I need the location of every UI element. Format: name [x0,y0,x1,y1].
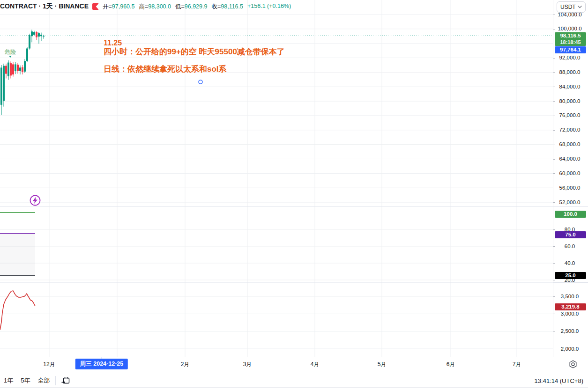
date-badge: 周三 2024-12-25 [75,359,128,369]
candle-body [12,64,14,74]
chevron-down-icon [578,6,582,8]
price-axis-tick [553,87,555,87]
price-badge: 100.0 [555,211,586,218]
clock-timezone[interactable]: 13:41:14 (UTC+8) [535,377,583,384]
price-axis-label: 100,000.0 [553,26,586,32]
price-badge: 25.0 [555,272,586,279]
price-axis-label: 88,000.0 [553,69,586,75]
price-axis-tick [553,101,555,102]
ohlc-high-label: 高= [139,3,148,10]
price-axis-tick [553,349,555,349]
range-all-button[interactable]: 全部 [34,375,53,387]
candle-body [0,67,2,104]
price-axis-label: 64,000.0 [553,156,586,162]
ohlc-low-label: 低= [175,3,185,10]
time-axis-label: 6月 [447,361,455,368]
price-axis-label: 92,000.0 [553,55,586,61]
ohlc-high-value: 98,300.0 [148,3,171,10]
price-axis-tick [553,145,555,145]
currency-dropdown-value: USDT [560,4,576,10]
price-axis-tick [553,296,555,297]
ohlc-open-value: 97,960.5 [112,3,135,10]
candle-body [3,66,5,101]
price-axis-label: 84,000.0 [553,84,586,90]
price-axis-tick [553,188,555,188]
price-axis-label: 40.0 [553,260,586,266]
time-axis-label: 5月 [378,361,387,368]
price-axis-label: 3,500.0 [553,294,586,300]
price-axis-label: 76,000.0 [553,112,586,118]
oscillator-band [0,234,35,276]
price-axis-label: 2,000.0 [553,346,586,352]
candle-body [22,67,23,72]
symbol-logo-icon [92,3,99,10]
time-axis-label: 4月 [311,361,320,368]
price-axis-label: 3,000.0 [553,311,586,317]
price-scale[interactable]: USDT 104,000.0100,000.092,000.088,000.08… [553,0,588,371]
price-axis-label: 68,000.0 [553,141,586,147]
price-axis-tick [553,280,555,280]
range-1y-button[interactable]: 1年 [0,375,17,387]
annotation-text-line1[interactable]: 四小时：公开给的99+的空 昨天95500减仓带保本了 [104,46,285,57]
price-axis-label: 56,000.0 [553,185,586,191]
time-axis-label: 12月 [43,361,55,368]
drawing-anchor-circle[interactable] [199,80,202,84]
trading-chart-window: CONTRACT · 1天 · BINANCE 开=97,960.5 高=98,… [0,0,588,390]
price-axis-tick [553,263,555,264]
candle-body [17,65,19,71]
candle-body [36,32,37,37]
price-axis-tick [553,72,555,73]
candle-body [7,63,9,76]
candle-body [10,63,12,75]
danger-label[interactable]: 危险 [5,48,16,56]
annotation-text-line2[interactable]: 日线：依然继续拿死以太系和sol系 [104,64,227,74]
price-axis-tick [553,15,555,15]
candle-body [26,48,28,61]
time-axis-label: 7月 [513,361,521,368]
price-axis-label: 60.0 [553,243,586,250]
chart-settings-icon[interactable] [568,360,578,369]
price-axis-tick [553,29,555,29]
toolbar-divider [55,376,56,385]
candle-body [33,32,35,35]
time-scale[interactable]: 周三 2024-12-25 12月2月3月4月5月6月7月 [0,357,588,371]
price-badge: 97,764.1 [555,46,586,53]
symbol-title[interactable]: CONTRACT · 1天 · BINANCE [0,2,89,11]
price-axis-tick [553,331,555,332]
footer-divider [0,387,588,388]
candle-body [5,66,7,74]
price-axis-tick [553,314,555,314]
time-axis-label: 2月 [181,361,190,368]
ohlc-low-value: 96,929.9 [185,3,208,10]
ohlc-close-value: 98,116.5 [221,3,243,10]
candle-body [31,31,33,36]
price-axis-tick [553,229,555,230]
currency-dropdown[interactable]: USDT [557,1,586,13]
time-axis-label: 3月 [243,361,252,368]
price-axis-label: 80,000.0 [553,98,586,104]
ohlc-open-label: 开= [103,3,112,10]
price-axis-tick [553,159,555,160]
price-axis-tick [553,173,555,174]
price-axis-tick [553,58,555,59]
secondary-symbol-line[interactable] [0,291,35,330]
date-badge-tick [102,357,102,359]
price-axis-tick [553,202,555,203]
price-axis-label: 72,000.0 [553,127,586,133]
price-axis-tick [553,246,555,247]
price-badge: 3,219.8 [555,303,586,310]
price-badge: 75.0 [555,231,586,238]
price-axis-label: 52,000.0 [553,199,586,206]
price-change: +156.1 (+0.16%) [247,3,291,11]
price-axis-tick [553,130,555,131]
chart-pane[interactable]: CONTRACT · 1天 · BINANCE 开=97,960.5 高=98,… [0,0,553,357]
price-axis-tick [553,116,555,116]
go-to-date-icon[interactable] [60,375,72,387]
candle-body [38,33,40,37]
range-5y-button[interactable]: 5年 [17,375,34,387]
candle-body [19,67,21,71]
pane-separator [553,282,588,283]
candle-body [24,61,26,71]
ohlc-close-label: 收= [211,3,221,10]
ohlc-values: 开=97,960.5 高=98,300.0 低=96,929.9 收=98,11… [103,3,291,11]
